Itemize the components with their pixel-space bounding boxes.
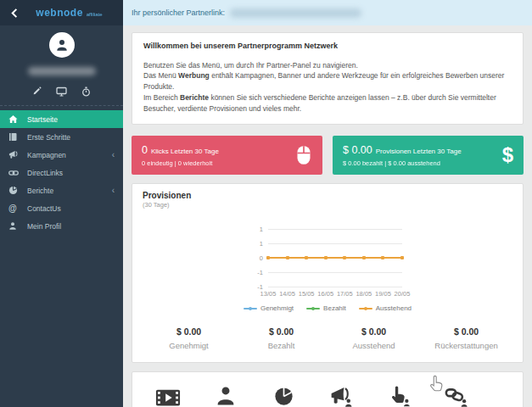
y-tick-label: -1 xyxy=(257,269,263,276)
main-area: Ihr persönlicher Partnerlink: Willkommen… xyxy=(123,0,532,407)
sidebar-item-label: Kampagnen xyxy=(27,151,66,159)
chevron-left-icon: ‹ xyxy=(112,187,115,195)
x-tick-label: 18/05 xyxy=(356,290,372,298)
user-icon xyxy=(8,221,20,231)
summary-value: $ 0.00 xyxy=(420,326,512,337)
collapse-sidebar-button[interactable] xyxy=(7,5,22,20)
profile-actions xyxy=(0,86,123,97)
legend-swatch-dot xyxy=(364,307,367,310)
legend-label: Ausstehend xyxy=(376,304,412,312)
summary-label: Rückerstattungen xyxy=(420,341,512,350)
y-tick-label: 1 xyxy=(260,240,263,248)
hand-click-icon xyxy=(371,382,427,407)
shortcut-berichte[interactable]: Berichte xyxy=(255,382,311,407)
logo-suffix: affiliate xyxy=(87,12,103,17)
book-icon xyxy=(8,132,20,142)
summary-label: Bezahlt xyxy=(235,341,328,350)
chart-plot: 110-1-1 xyxy=(268,229,402,287)
chevron-left-icon xyxy=(9,8,20,19)
chart-subtitle: (30 Tage) xyxy=(143,201,512,209)
legend-label: Genehmigt xyxy=(260,304,294,312)
user-icon xyxy=(198,382,254,407)
legend-item-bezahlt: Bezahlt xyxy=(306,304,346,312)
megaphone-icon xyxy=(313,382,369,407)
chart-gridline xyxy=(268,272,402,273)
partner-link-bar: Ihr persönlicher Partnerlink: xyxy=(123,0,532,25)
welcome-title: Willkommen bei unserem Partnerprogramm N… xyxy=(143,41,512,53)
summary-label: Ausstehend xyxy=(328,341,420,350)
shortcut-kampagnen[interactable]: Kampagnen xyxy=(313,382,369,407)
shortcut-tutorial-video[interactable]: Affiliate panel tutorial video xyxy=(140,382,196,407)
chain-links-icon xyxy=(428,382,484,407)
pencil-icon[interactable] xyxy=(32,86,42,97)
sidebar-item-label: ContactUs xyxy=(27,204,61,213)
chart-x-axis: 13/0514/0515/0516/0517/0518/0519/0520/05 xyxy=(268,290,402,298)
chart-gridline xyxy=(268,229,402,230)
mouse-icon xyxy=(295,144,312,166)
sidebar-item-mein-profil[interactable]: Mein Profil xyxy=(0,217,123,235)
monitor-icon[interactable] xyxy=(56,86,67,97)
sidebar-item-contactus[interactable]: @ ContactUs xyxy=(0,199,123,217)
chart-gridline xyxy=(268,243,402,244)
shortcut-directlinks[interactable]: DirectLinks xyxy=(428,382,484,407)
chart-data-marker xyxy=(343,256,346,259)
summary-ausstehend: $ 0.00 Ausstehend xyxy=(328,326,420,350)
summary-value: $ 0.00 xyxy=(328,326,420,337)
affiliate-dashboard: webnode affiliate xyxy=(0,0,532,407)
film-icon xyxy=(140,382,196,407)
x-tick-label: 20/05 xyxy=(395,290,411,298)
commissions-value: $ 0.00 xyxy=(343,144,372,156)
sidebar-item-label: Mein Profil xyxy=(27,222,61,231)
shortcuts-card: Affiliate panel tutorial video Mein Prof… xyxy=(132,371,524,407)
summary-rueckerstattungen: $ 0.00 Rückerstattungen xyxy=(420,326,512,350)
summary-value: $ 0.00 xyxy=(235,326,328,337)
summary-bezahlt: $ 0.00 Bezahlt xyxy=(235,326,328,350)
shortcut-banner-links[interactable]: Banner & Links xyxy=(371,382,427,407)
chart-legend: GenehmigtBezahltAusstehend xyxy=(251,304,404,312)
pie-chart-icon xyxy=(8,186,20,195)
y-tick-label: 1 xyxy=(260,226,263,233)
welcome-card: Willkommen bei unserem Partnerprogramm N… xyxy=(132,32,524,125)
sidebar-item-erste-schritte[interactable]: Erste Schritte xyxy=(0,128,123,146)
welcome-line-1: Benutzen Sie das Menü, um durch Ihr Part… xyxy=(143,60,512,71)
shortcut-mein-profil[interactable]: Mein Profil xyxy=(198,382,254,407)
content: Willkommen bei unserem Partnerprogramm N… xyxy=(123,25,532,407)
legend-label: Bezahlt xyxy=(323,304,346,312)
at-icon: @ xyxy=(8,204,20,213)
username-blurred xyxy=(28,67,96,75)
legend-swatch-dot xyxy=(311,307,315,310)
welcome-line-2: Das Menü Werbung enthält Kampagnen, Bann… xyxy=(143,70,512,92)
legend-swatch xyxy=(359,308,372,309)
sidebar-menu: Startseite Erste Schritte Kampagnen ‹ D xyxy=(0,106,123,235)
legend-item-genehmigt: Genehmigt xyxy=(244,304,294,312)
home-icon xyxy=(8,114,20,124)
commissions-chart-card: Provisionen (30 Tage) 110-1-1 13/0514/05… xyxy=(132,183,524,363)
sidebar-item-kampagnen[interactable]: Kampagnen ‹ xyxy=(0,146,123,164)
chart-data-marker xyxy=(305,256,308,259)
sidebar-item-berichte[interactable]: Berichte ‹ xyxy=(0,181,123,199)
legend-swatch xyxy=(306,308,320,309)
sidebar-item-directlinks[interactable]: DirectLinks xyxy=(0,164,123,181)
stopwatch-icon[interactable] xyxy=(81,86,91,97)
partner-link-label: Ihr persönlicher Partnerlink: xyxy=(132,8,225,17)
y-tick-label: 0 xyxy=(260,254,263,262)
commissions-subtitle: $ 0.00 bezahlt | $ 0.00 ausstehend xyxy=(343,159,502,167)
chart-data-marker xyxy=(324,256,328,259)
clicks-subtitle: 0 eindeutig | 0 wiederholt xyxy=(142,159,295,167)
user-icon xyxy=(54,37,70,53)
sidebar-item-label: DirectLinks xyxy=(27,169,63,177)
clicks-title: Klicks Letzten 30 Tage xyxy=(151,148,219,155)
clicks-stat-card: 0Klicks Letzten 30 Tage 0 eindeutig | 0 … xyxy=(132,136,322,175)
legend-swatch-dot xyxy=(249,307,252,310)
commissions-stat-card: $ 0.00Provisionen Letzten 30 Tage $ 0.00… xyxy=(333,136,524,175)
commissions-stat-text: $ 0.00Provisionen Letzten 30 Tage $ 0.00… xyxy=(343,144,502,167)
summary-row: $ 0.00 Genehmigt $ 0.00 Bezahlt $ 0.00 A… xyxy=(143,326,512,350)
partner-link-blurred[interactable] xyxy=(230,8,361,18)
chart-gridline xyxy=(268,287,402,287)
sidebar-item-startseite[interactable]: Startseite xyxy=(0,110,123,128)
x-tick-label: 14/05 xyxy=(279,290,295,298)
link-icon xyxy=(8,169,20,177)
chevron-left-icon: ‹ xyxy=(112,151,115,159)
chart-data-marker xyxy=(266,256,270,259)
user-profile-panel xyxy=(0,25,123,105)
